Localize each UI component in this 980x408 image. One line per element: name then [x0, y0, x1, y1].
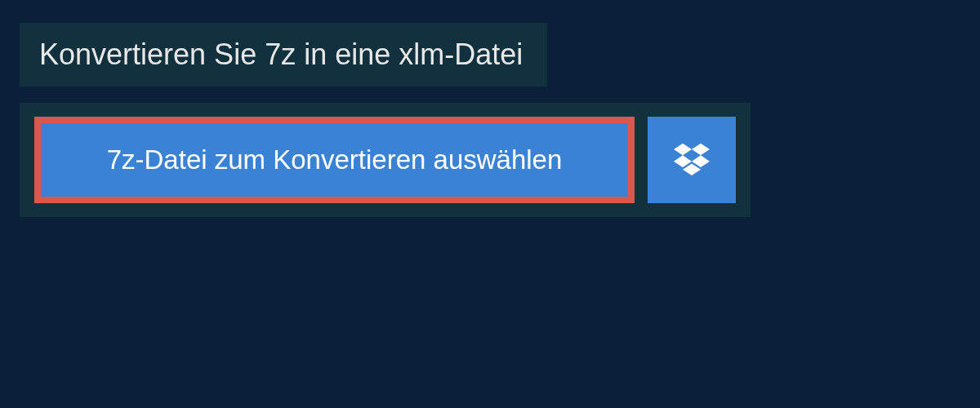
upload-panel: 7z-Datei zum Konvertieren auswählen: [20, 103, 751, 217]
dropbox-button[interactable]: [648, 117, 736, 203]
select-file-button[interactable]: 7z-Datei zum Konvertieren auswählen: [34, 117, 635, 203]
dropbox-icon: [674, 140, 710, 180]
page-title: Konvertieren Sie 7z in eine xlm-Datei: [39, 38, 523, 72]
header-bar: Konvertieren Sie 7z in eine xlm-Datei: [20, 23, 547, 86]
converter-widget: Konvertieren Sie 7z in eine xlm-Datei 7z…: [0, 0, 980, 408]
select-file-label: 7z-Datei zum Konvertieren auswählen: [107, 144, 563, 175]
